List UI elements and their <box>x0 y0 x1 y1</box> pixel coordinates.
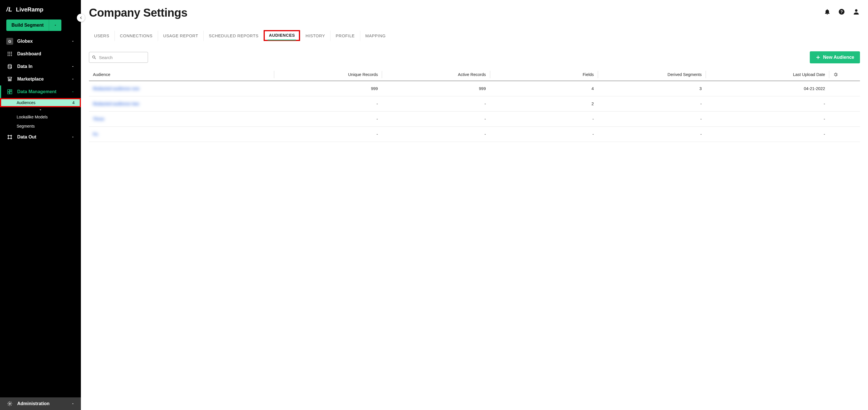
nav-data-management[interactable]: Data Management <box>0 86 81 98</box>
table-row[interactable]: Three - - - - - <box>89 112 860 127</box>
svg-point-3 <box>8 53 9 54</box>
nav-data-in[interactable]: Data In <box>0 60 81 73</box>
search-icon <box>92 55 96 60</box>
topbar-icons: ? <box>824 6 860 15</box>
tab-scheduled-reports[interactable]: SCHEDULED REPORTS <box>204 31 264 41</box>
build-segment-button[interactable]: Build Segment <box>6 20 49 31</box>
help-icon: ? <box>838 8 845 15</box>
audience-name[interactable]: Fo <box>93 132 98 136</box>
help-button[interactable]: ? <box>838 8 845 15</box>
caret-down-icon <box>71 39 74 43</box>
plus-icon <box>815 55 821 60</box>
tab-history[interactable]: HISTORY <box>300 31 330 41</box>
topbar: Company Settings ? <box>81 0 868 22</box>
subnav-audiences[interactable]: Audiences 4 <box>0 98 81 107</box>
table-settings-button[interactable] <box>829 68 860 81</box>
bell-icon <box>824 8 831 15</box>
build-segment-dropdown[interactable] <box>49 20 61 31</box>
subnav-label: Audiences <box>17 100 35 105</box>
audience-name[interactable]: Redacted audience one <box>93 86 140 91</box>
nav-data-out[interactable]: Data Out <box>0 131 81 144</box>
svg-rect-12 <box>10 91 12 94</box>
svg-point-8 <box>11 55 12 56</box>
audiences-table-wrap: Audience Unique Records Active Records F… <box>81 68 868 142</box>
nav-label: Data Out <box>17 134 36 139</box>
subnav-lookalike-models[interactable]: Lookalike Models <box>0 113 81 122</box>
nav-dashboard[interactable]: Dashboard <box>0 48 81 60</box>
tab-profile[interactable]: PROFILE <box>330 31 360 41</box>
cell-active: - <box>382 96 490 112</box>
toolbar: New Audience <box>81 41 868 68</box>
org-avatar: G <box>6 38 13 45</box>
gear-icon <box>6 400 13 407</box>
cell-derived: - <box>598 127 706 142</box>
svg-point-18 <box>9 403 10 405</box>
col-last-upload[interactable]: Last Upload Date <box>706 68 829 81</box>
cell-last-upload: - <box>706 96 829 112</box>
table-row[interactable]: Fo - - - - - <box>89 127 860 142</box>
account-button[interactable] <box>852 8 860 15</box>
brand-name: LiveRamp <box>16 6 43 13</box>
audiences-table: Audience Unique Records Active Records F… <box>89 68 860 142</box>
brand-block: /L LiveRamp <box>0 0 81 17</box>
person-icon <box>852 8 860 15</box>
nav-marketplace[interactable]: Marketplace <box>0 73 81 86</box>
table-header-row: Audience Unique Records Active Records F… <box>89 68 860 81</box>
svg-point-4 <box>9 53 10 54</box>
chevron-down-icon <box>38 108 42 112</box>
subnav-expand-toggle[interactable] <box>0 107 81 113</box>
nav-administration[interactable]: Administration <box>0 398 81 410</box>
tabs: USERS CONNECTIONS USAGE REPORT SCHEDULED… <box>81 22 868 41</box>
col-audience[interactable]: Audience <box>89 68 274 81</box>
svg-point-9 <box>8 64 11 66</box>
tab-mapping[interactable]: MAPPING <box>360 31 391 41</box>
col-fields[interactable]: Fields <box>490 68 598 81</box>
subnav-label: Segments <box>17 124 35 128</box>
col-unique-records[interactable]: Unique Records <box>274 68 382 81</box>
cell-unique: - <box>274 96 382 112</box>
dashboard-icon <box>6 51 13 57</box>
col-derived-segments[interactable]: Derived Segments <box>598 68 706 81</box>
org-switcher[interactable]: G Globex <box>0 35 81 48</box>
cell-active: - <box>382 112 490 127</box>
marketplace-icon <box>6 76 13 83</box>
main-content: Company Settings ? USERS CONNECTIONS USA… <box>81 0 868 410</box>
data-management-icon <box>6 88 13 95</box>
new-audience-button[interactable]: New Audience <box>810 51 860 63</box>
svg-point-17 <box>10 138 11 139</box>
table-row[interactable]: Redacted audience two - - 2 - - <box>89 96 860 112</box>
subnav-label: Lookalike Models <box>17 115 48 119</box>
cell-active: 999 <box>382 81 490 96</box>
tab-audiences[interactable]: AUDIENCES <box>264 30 300 41</box>
tab-connections[interactable]: CONNECTIONS <box>115 31 158 41</box>
build-segment-group: Build Segment <box>6 20 74 31</box>
svg-rect-11 <box>10 90 12 91</box>
notifications-button[interactable] <box>824 8 831 15</box>
svg-point-14 <box>8 135 9 136</box>
chevron-left-icon <box>79 16 83 20</box>
svg-point-15 <box>10 135 11 136</box>
audience-name[interactable]: Redacted audience two <box>93 101 139 106</box>
caret-down-icon <box>71 65 74 68</box>
sidebar-collapse-toggle[interactable] <box>77 14 85 22</box>
new-audience-label: New Audience <box>823 55 854 60</box>
cell-last-upload: 04-21-2022 <box>706 81 829 96</box>
search-input[interactable] <box>89 52 148 63</box>
page-title: Company Settings <box>89 6 187 19</box>
table-row[interactable]: Redacted audience one 999 999 4 3 04-21-… <box>89 81 860 96</box>
svg-point-0 <box>8 52 9 53</box>
svg-rect-10 <box>8 90 10 92</box>
caret-down-icon <box>54 24 57 27</box>
svg-point-5 <box>11 53 12 54</box>
audience-name[interactable]: Three <box>93 117 104 121</box>
svg-point-21 <box>855 9 858 12</box>
cell-last-upload: - <box>706 112 829 127</box>
tab-users[interactable]: USERS <box>89 31 115 41</box>
cell-derived: - <box>598 112 706 127</box>
caret-down-icon <box>71 77 74 81</box>
tab-usage-report[interactable]: USAGE REPORT <box>158 31 204 41</box>
col-active-records[interactable]: Active Records <box>382 68 490 81</box>
cell-unique: - <box>274 112 382 127</box>
subnav-segments[interactable]: Segments <box>0 122 81 131</box>
cell-fields: 4 <box>490 81 598 96</box>
